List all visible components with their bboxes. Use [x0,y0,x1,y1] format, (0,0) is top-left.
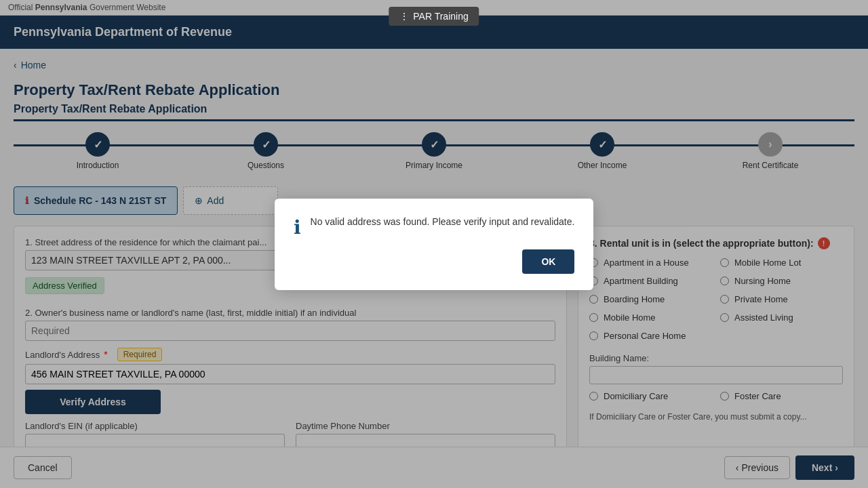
modal-ok-button[interactable]: OK [522,249,574,274]
modal-box: ℹ No valid address was found. Please ver… [275,199,594,290]
modal-message: No valid address was found. Please verif… [311,215,575,229]
par-training-icon: ⋮ [399,11,409,22]
modal-overlay: ℹ No valid address was found. Please ver… [0,0,868,483]
modal-footer: OK [294,249,575,274]
par-training-label: PAR Training [413,11,468,22]
modal-body: ℹ No valid address was found. Please ver… [294,215,575,239]
par-training-badge[interactable]: ⋮ PAR Training [389,7,479,26]
modal-info-icon: ℹ [294,216,301,239]
